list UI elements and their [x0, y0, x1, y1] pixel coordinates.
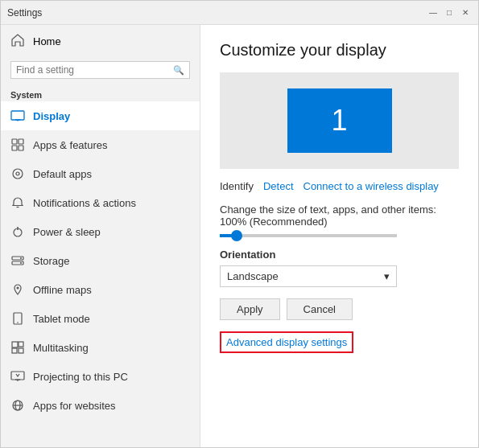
svg-point-7: [13, 169, 23, 179]
orientation-label: Orientation: [220, 249, 459, 261]
display-links-row: Identify Detect Connect to a wireless di…: [220, 180, 459, 192]
sidebar-item-storage[interactable]: Storage: [1, 246, 200, 275]
svg-rect-19: [12, 342, 18, 347]
search-box[interactable]: 🔍: [10, 61, 190, 79]
tablet-icon: [10, 311, 25, 326]
sidebar-item-label-storage: Storage: [33, 255, 70, 267]
sidebar-item-power-sleep[interactable]: Power & sleep: [1, 217, 200, 246]
sidebar-item-offline-maps[interactable]: Offline maps: [1, 275, 200, 304]
detect-link[interactable]: Detect: [263, 180, 294, 192]
home-icon: [10, 33, 25, 50]
sidebar-section-label: System: [1, 85, 200, 101]
identify-label: Identify: [220, 180, 254, 192]
sidebar-home[interactable]: Home: [1, 25, 200, 58]
sidebar: Home 🔍 System Display: [1, 25, 200, 447]
apps-features-icon: [10, 138, 25, 152]
svg-rect-20: [19, 342, 23, 347]
page-title: Customize your display: [220, 41, 459, 60]
svg-point-14: [20, 257, 22, 259]
sidebar-item-label-apps-websites: Apps for websites: [33, 400, 116, 412]
power-icon: [10, 224, 25, 239]
notifications-icon: [10, 195, 25, 210]
sidebar-item-label-multitasking: Multitasking: [33, 342, 89, 354]
sidebar-item-label-apps-features: Apps & features: [33, 139, 108, 151]
sidebar-item-tablet-mode[interactable]: Tablet mode: [1, 304, 200, 333]
close-button[interactable]: ✕: [459, 6, 472, 19]
slider-thumb[interactable]: [231, 230, 242, 241]
app-body: Home 🔍 System Display: [1, 25, 478, 447]
sidebar-item-label-power: Power & sleep: [33, 226, 101, 238]
sidebar-item-label-default-apps: Default apps: [33, 168, 92, 180]
buttons-row: Apply Cancel: [220, 298, 459, 320]
multitasking-icon: [10, 340, 25, 355]
svg-rect-6: [19, 146, 23, 150]
svg-rect-22: [19, 348, 23, 353]
search-icon: 🔍: [173, 65, 184, 76]
minimize-button[interactable]: —: [427, 6, 440, 19]
svg-rect-5: [12, 146, 17, 150]
content-area: Customize your display 1 Identify Detect…: [200, 25, 478, 447]
slider-track: [220, 234, 397, 237]
sidebar-item-label-display: Display: [33, 110, 70, 122]
storage-icon: [10, 253, 25, 268]
display-preview: 1: [220, 72, 459, 169]
sidebar-item-projecting[interactable]: Projecting to this PC: [1, 362, 200, 391]
svg-point-18: [17, 322, 19, 323]
search-input[interactable]: [16, 64, 173, 76]
scale-text: Change the size of text, apps, and other…: [220, 203, 459, 228]
monitor-number: 1: [331, 104, 347, 138]
window-controls: — □ ✕: [427, 6, 472, 19]
globe-icon: [10, 398, 25, 413]
settings-window: Settings — □ ✕ Home 🔍: [0, 0, 479, 448]
svg-rect-3: [12, 139, 17, 144]
monitor-box: 1: [287, 88, 392, 153]
svg-rect-21: [12, 348, 17, 353]
svg-rect-4: [19, 139, 23, 144]
projecting-icon: [10, 369, 25, 384]
scale-slider-container: [220, 234, 459, 237]
apply-button[interactable]: Apply: [220, 298, 280, 320]
chevron-down-icon: ▾: [384, 270, 390, 282]
svg-point-8: [16, 172, 19, 175]
sidebar-item-label-notifications: Notifications & actions: [33, 197, 136, 209]
cancel-button[interactable]: Cancel: [287, 298, 353, 320]
sidebar-item-label-maps: Offline maps: [33, 284, 92, 296]
svg-point-16: [17, 287, 19, 290]
orientation-value: Landscape: [227, 270, 279, 282]
window-title: Settings: [7, 7, 42, 18]
sidebar-item-label-tablet: Tablet mode: [33, 313, 90, 325]
svg-point-15: [20, 262, 22, 264]
maximize-button[interactable]: □: [443, 6, 456, 19]
title-bar: Settings — □ ✕: [1, 1, 478, 25]
sidebar-item-display[interactable]: Display: [1, 101, 200, 130]
default-apps-icon: [10, 166, 25, 181]
advanced-display-link[interactable]: Advanced display settings: [220, 331, 353, 353]
maps-icon: [10, 282, 25, 297]
sidebar-item-apps-features[interactable]: Apps & features: [1, 130, 200, 159]
sidebar-item-label-projecting: Projecting to this PC: [33, 371, 128, 383]
display-icon: [10, 109, 25, 123]
sidebar-item-multitasking[interactable]: Multitasking: [1, 333, 200, 362]
sidebar-item-notifications[interactable]: Notifications & actions: [1, 188, 200, 217]
orientation-select[interactable]: Landscape ▾: [220, 265, 397, 287]
sidebar-item-apps-websites[interactable]: Apps for websites: [1, 391, 200, 420]
wireless-display-link[interactable]: Connect to a wireless display: [304, 180, 439, 192]
sidebar-item-default-apps[interactable]: Default apps: [1, 159, 200, 188]
svg-rect-0: [11, 111, 24, 120]
home-label: Home: [33, 35, 61, 47]
